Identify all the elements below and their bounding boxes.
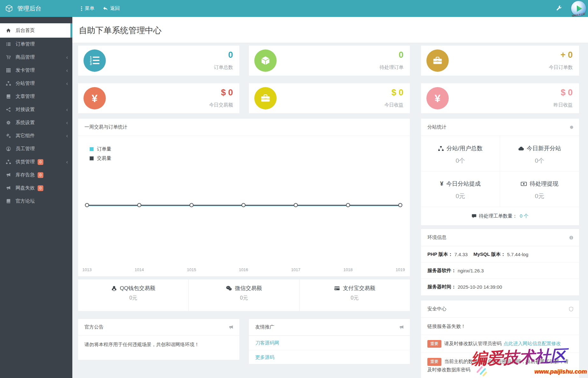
chart-panel-title: 一周交易与订单统计: [78, 119, 410, 136]
stat-label: 今日收益: [384, 102, 403, 108]
chart-legend: 订单量 交易量: [90, 146, 111, 165]
cloud-icon: [518, 146, 524, 151]
menu-toggle-button[interactable]: 菜单: [81, 0, 94, 17]
sidebar-item-substations[interactable]: 分站管理 ‹: [0, 77, 72, 90]
chart-point: [294, 203, 298, 207]
stat-label: 昨日收益: [554, 102, 573, 108]
chart-point: [398, 203, 403, 207]
chevron-left-icon: ‹: [66, 133, 68, 138]
home-icon: [5, 28, 11, 33]
cube-icon: [254, 49, 277, 72]
sidebar-item-products[interactable]: 商品管理 ‹: [0, 51, 72, 64]
stat-card-today-volume[interactable]: ¥ $ 0 今日交易额: [78, 83, 239, 113]
gears-icon: [5, 133, 11, 138]
payment-value: 0元: [300, 295, 410, 301]
qq-icon: [111, 285, 117, 291]
page-title: 自助下单系统管理中心: [79, 25, 162, 36]
sitemap-icon: [5, 81, 11, 86]
sidebar-item-articles[interactable]: 文章管理: [0, 90, 72, 103]
promo-link-more[interactable]: 更多源码: [249, 350, 410, 364]
cart-icon: [5, 55, 11, 60]
config-link[interactable]: 点此进入网站信息配置修改: [504, 341, 561, 346]
stat-card-today-orders[interactable]: + 0 今日订单数: [421, 46, 579, 76]
chart-point: [346, 203, 350, 207]
stat-value: $ 0: [561, 88, 573, 98]
sidebar-item-home[interactable]: 后台首页: [0, 23, 72, 38]
sitemap-icon: [5, 159, 11, 164]
credit-card-icon: [334, 285, 340, 291]
legend-swatch: [90, 147, 94, 151]
announcement-body: 请勿将本程序用于任何违规场景，共创和谐网络环境！: [78, 336, 239, 354]
briefcase-icon: [254, 87, 277, 109]
substation-users-cell: 分站/用户总数 0个: [421, 136, 500, 171]
brand[interactable]: 管理后台: [0, 4, 72, 13]
stat-card-pending-orders[interactable]: 0 待处理订单: [249, 46, 410, 76]
sidebar-item-staff[interactable]: 员工管理: [0, 142, 72, 155]
chevron-left-icon: ‹: [66, 68, 68, 73]
stat-label: 今日交易额: [209, 102, 233, 108]
wrench-icon[interactable]: [556, 5, 562, 11]
stat-label: 今日订单数: [549, 64, 573, 70]
brand-title: 管理后台: [17, 4, 41, 13]
alipay-cell: 支付宝交易额 0元: [299, 279, 410, 311]
chevron-left-icon: ‹: [66, 159, 68, 165]
x-tick: 1014: [135, 267, 144, 272]
stat-value: + 0: [561, 50, 573, 60]
chart-point: [242, 203, 246, 207]
money-bill-icon: [521, 182, 527, 186]
server-link-alert: 链接服务器失败！: [421, 318, 579, 335]
sidebar-item-official-forum[interactable]: 官方论坛: [0, 195, 72, 208]
list-ol-icon: 123: [83, 49, 106, 72]
payment-value: 0元: [189, 295, 299, 301]
stat-value: 0: [399, 50, 403, 60]
stat-card-yesterday-profit[interactable]: ¥ $ 0 昨日收益: [421, 83, 579, 113]
chevron-left-icon: ‹: [66, 120, 68, 125]
shield-icon: [569, 307, 573, 312]
announcement-panel: 官方公告 请勿将本程序用于任何违规场景，共创和谐网络环境！: [78, 319, 239, 360]
chevron-left-icon: ‹: [66, 55, 68, 60]
chart-point: [137, 203, 142, 207]
count-badge: 0: [38, 185, 43, 191]
bullhorn-icon: [5, 173, 11, 177]
svg-text:3: 3: [90, 62, 92, 66]
topbar: 管理后台 菜单 返回: [0, 0, 588, 17]
sidebar-item-components[interactable]: 其它组件 ‹: [0, 129, 72, 142]
legend-item-volume[interactable]: 交易量: [90, 155, 111, 161]
important-badge: 重要: [427, 340, 441, 348]
substation-withdraw-cell: 待处理提现 0元: [500, 171, 579, 207]
stat-card-total-orders[interactable]: 123 0 订单总数: [78, 46, 239, 76]
grid-icon: [5, 68, 11, 73]
promo-link-daoke[interactable]: 刀客源码网: [249, 336, 410, 350]
env-row-server-software: 服务器软件：nginx/1.26.3: [421, 263, 579, 279]
reply-arrow-icon: [103, 6, 108, 11]
qq-wallet-cell: QQ钱包交易额 0元: [78, 279, 188, 311]
comment-icon: [472, 214, 476, 218]
back-button[interactable]: 返回: [103, 0, 120, 17]
x-tick: 1017: [291, 267, 301, 272]
legend-item-orders[interactable]: 订单量: [90, 146, 111, 152]
sidebar-item-stock-alert[interactable]: 库存告急 0: [0, 168, 72, 182]
env-row-server-time: 服务器时间：2025-10-20 14:39:00: [421, 279, 579, 295]
share-nodes-icon: [5, 107, 11, 112]
chevron-left-icon: ‹: [66, 81, 68, 86]
substation-commission-cell: ¥ 今日分站提成 0元: [421, 171, 500, 207]
important-badge: 重要: [427, 358, 441, 366]
stat-card-today-profit[interactable]: $ 0 今日收益: [249, 83, 410, 113]
stat-value: $ 0: [221, 88, 233, 98]
book-icon: [5, 94, 11, 99]
environment-panel: 环境信息 PHP 版本：7.4.33 MySQL 版本：5.7.44-log 服…: [421, 229, 579, 295]
sidebar-item-integration[interactable]: 对接设置 ‹: [0, 103, 72, 116]
bullhorn-icon: [399, 325, 404, 330]
substation-stats-panel: 分站统计 分站/用户总数 0个 今日新开分站 0个 ¥ 今日分站提成 0元: [421, 119, 579, 225]
sidebar-item-system-settings[interactable]: 系统设置 ‹: [0, 116, 72, 129]
stat-label: 待处理订单: [380, 64, 403, 70]
sidebar-item-drive-expired[interactable]: 网盘失效 0: [0, 182, 72, 195]
info-icon: [569, 235, 573, 240]
security-warning-row: 重要当前主机的数据库用户名与密码相同，极易被黑客破解，请及时修改数据库密码: [421, 353, 579, 378]
x-tick: 1013: [83, 267, 92, 272]
line-chart: 订单量 交易量 1013 1014 1015 1016 1017 1018 10…: [78, 136, 410, 276]
sidebar-item-suppliers[interactable]: 供货管理 0 ‹: [0, 155, 72, 168]
sidebar-item-orders[interactable]: 订单管理: [0, 38, 72, 51]
sidebar-item-cards[interactable]: 发卡管理 ‹: [0, 64, 72, 77]
legend-swatch: [90, 156, 94, 160]
